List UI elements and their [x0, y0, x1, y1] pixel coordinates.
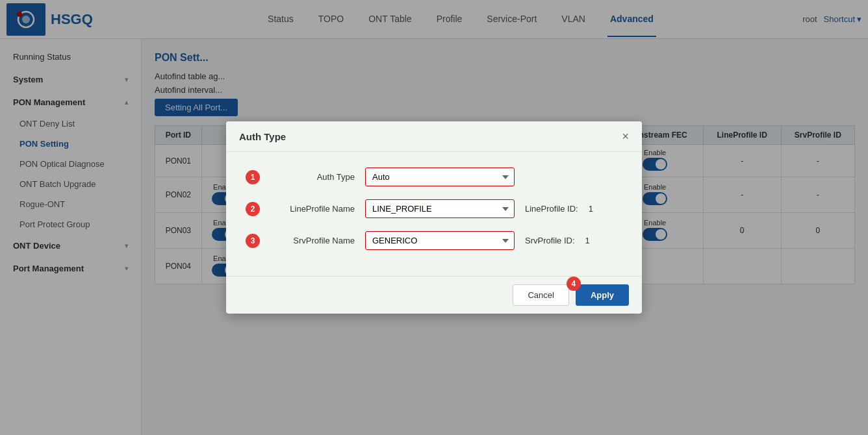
modal-body: 1 Auth Type Auto Physical ID Logic ID Pa…	[226, 152, 642, 276]
step-badge-3: 3	[246, 234, 260, 248]
modal-header: Auth Type ×	[226, 121, 642, 152]
auth-type-label: Auth Type	[270, 172, 355, 182]
line-profile-select[interactable]: LINE_PROFILE	[365, 199, 515, 218]
srv-profile-select[interactable]: GENERICO	[365, 231, 515, 250]
step-badge-2: 2	[246, 202, 260, 216]
apply-button[interactable]: Apply	[576, 284, 629, 306]
modal-close-button[interactable]: ×	[622, 130, 629, 142]
step-badge-1: 1	[246, 170, 260, 184]
modal-title: Auth Type	[239, 131, 286, 142]
auth-type-select[interactable]: Auto Physical ID Logic ID Password	[365, 168, 515, 186]
srv-profile-row: 3 SrvProfile Name GENERICO SrvProfile ID…	[246, 231, 622, 250]
cancel-button[interactable]: Cancel	[513, 284, 568, 306]
line-profile-id-value: 1	[589, 204, 593, 214]
srv-profile-id-value: 1	[585, 236, 590, 245]
line-profile-label: LineProfile Name	[270, 204, 355, 214]
line-profile-row: 2 LineProfile Name LINE_PROFILE LineProf…	[246, 199, 622, 218]
modal-overlay: Auth Type × 1 Auth Type Auto Physical ID…	[0, 0, 868, 435]
auth-type-row: 1 Auth Type Auto Physical ID Logic ID Pa…	[246, 168, 622, 186]
modal-footer: Cancel 4 Apply	[226, 276, 642, 314]
srv-profile-id-label: SrvProfile ID:	[525, 236, 575, 245]
step-badge-4: 4	[567, 277, 581, 291]
line-profile-id-label: LineProfile ID:	[525, 204, 578, 214]
srv-profile-label: SrvProfile Name	[270, 236, 355, 245]
modal: Auth Type × 1 Auth Type Auto Physical ID…	[226, 121, 642, 314]
